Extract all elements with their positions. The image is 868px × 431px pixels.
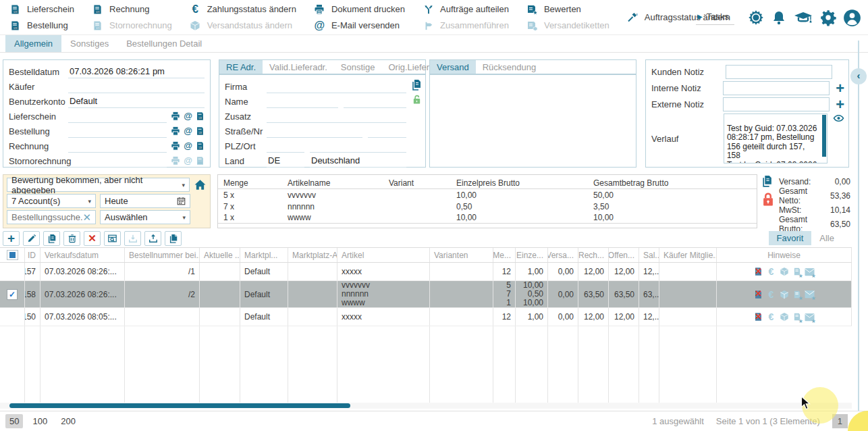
add-order-button[interactable]: +	[3, 231, 20, 246]
package-hint-icon[interactable]	[779, 267, 789, 277]
col-einzelpreis[interactable]: Einze...	[516, 248, 548, 262]
col-aktuelle[interactable]: Aktuelle ...	[200, 248, 240, 262]
first-name-field[interactable]	[267, 95, 338, 108]
order-button[interactable]: 123 Bestellung	[9, 19, 74, 32]
invoice-number-field[interactable]	[68, 140, 167, 153]
print-order-icon[interactable]	[171, 126, 180, 136]
order-number-field[interactable]	[68, 125, 167, 138]
col-kaeufer-mitglied[interactable]: Käufer Mitglie...	[659, 248, 717, 262]
cancellation-invoice-field[interactable]	[68, 155, 167, 168]
split-orders-button[interactable]: Aufträge aufteilen	[423, 3, 509, 16]
view-history-eye-icon[interactable]	[833, 113, 844, 123]
page-1-button[interactable]: 1	[832, 414, 848, 428]
col-verkaufsdatum[interactable]: Verkaufsdatum	[40, 248, 125, 262]
payment-euro-icon[interactable]: €	[766, 312, 776, 322]
item-row[interactable]: 7 x nnnnnn 0,50 3,50	[218, 201, 757, 212]
order-row-150[interactable]: 150 07.03.2026 08:05:... Default xxxxx 1…	[0, 308, 852, 326]
order-doc-small-icon[interactable]: 123	[196, 126, 205, 136]
horizontal-scrollbar-thumb[interactable]	[9, 403, 350, 408]
date-filter-field[interactable]: Heute	[100, 194, 190, 208]
customer-note-input[interactable]	[726, 65, 832, 79]
unlock-address-icon[interactable]	[412, 94, 422, 105]
note-doc-hint-icon[interactable]: ★	[792, 312, 802, 322]
internal-note-input[interactable]	[723, 81, 830, 95]
horizontal-scrollbar-track[interactable]	[0, 403, 852, 409]
tab-versand[interactable]: Versand	[430, 60, 476, 74]
email-order-icon[interactable]: @	[184, 126, 192, 136]
add-external-note-icon[interactable]: +	[836, 99, 844, 110]
select-all-checkbox[interactable]	[7, 250, 18, 260]
payment-euro-icon[interactable]: €	[766, 289, 776, 299]
notifications-bell-icon[interactable]	[771, 9, 787, 26]
package-hint-icon[interactable]	[779, 289, 789, 299]
history-textarea[interactable]: Test by Guid: 07.03.2026 08:28:17 pm, Be…	[724, 113, 828, 163]
email-invoice-icon[interactable]: @	[184, 141, 192, 151]
land-code-field[interactable]: DE	[267, 155, 304, 168]
buyer-value[interactable]	[68, 80, 205, 93]
change-payment-status-button[interactable]: € Zahlungsstatus ändern	[190, 3, 296, 16]
import-button[interactable]	[124, 231, 141, 246]
col-hinweise[interactable]: Hinweise	[717, 248, 852, 262]
row-checkbox-checked[interactable]: ✓	[7, 289, 18, 300]
order-row-157[interactable]: 157 07.03.2026 08:26:... /1 Default xxxx…	[0, 263, 852, 281]
rating-filter-select[interactable]: Bewertung bekommen, aber nicht abgegeben…	[7, 178, 190, 192]
land-name-field[interactable]: Deutschland	[310, 155, 406, 168]
merge-orders-button[interactable]: Zusammenführen	[423, 19, 509, 32]
user-avatar-icon[interactable]	[843, 9, 861, 27]
cancel-order-button[interactable]: ✕	[84, 231, 101, 246]
copy-to-clipboard-button[interactable]	[165, 231, 182, 246]
col-rechnung[interactable]: Rech...	[578, 248, 609, 262]
collapse-right-panel-button[interactable]: ‹	[850, 68, 867, 84]
delivery-note-number-field[interactable]	[68, 110, 167, 123]
email-hint-icon[interactable]: ★	[805, 267, 815, 277]
item-row[interactable]: 5 x vvvvvvv 10,00 50,00	[218, 189, 757, 201]
firma-field[interactable]	[267, 80, 406, 93]
col-offen[interactable]: Offen...	[609, 248, 639, 262]
tasks-button[interactable]: ▶ Tasks	[696, 10, 734, 25]
col-saldo[interactable]: Sal...	[639, 248, 659, 262]
cancellation-invoice-button[interactable]: 123 Stornorechnung	[92, 19, 172, 32]
cancelled-doc-icon[interactable]: ✕	[753, 289, 763, 299]
page-size-200-button[interactable]: 200	[57, 414, 80, 428]
note-doc-hint-icon[interactable]: ★	[792, 267, 802, 277]
send-email-button[interactable]: @ E-Mail versenden	[314, 19, 405, 32]
col-marktplatz-a[interactable]: Marktplatz-A...	[288, 248, 337, 262]
brightness-icon[interactable]	[747, 9, 765, 26]
copy-address-icon[interactable]	[411, 79, 422, 91]
academy-cap-icon[interactable]	[793, 9, 813, 26]
print-document-button[interactable]: Dokument drucken	[314, 3, 405, 16]
auswaehlen-select[interactable]: Auswählen ▾	[100, 210, 190, 224]
user-account-value[interactable]: Default	[68, 95, 205, 108]
tab-allgemein[interactable]: Allgemein	[5, 35, 61, 52]
copy-order-button[interactable]	[43, 231, 60, 246]
invoice-button[interactable]: 123 Rechnung	[92, 3, 172, 16]
payment-euro-icon[interactable]: €	[766, 267, 776, 277]
col-bestellnummer[interactable]: Bestellnummer bei...	[125, 248, 200, 262]
home-icon[interactable]	[194, 179, 207, 191]
add-internal-note-icon[interactable]: +	[836, 83, 844, 94]
package-hint-icon[interactable]	[779, 312, 789, 322]
col-varianten[interactable]: Varianten	[430, 248, 493, 262]
tab-sonstige-adr[interactable]: Sonstige	[334, 60, 382, 74]
print-delivery-note-icon[interactable]	[171, 111, 180, 121]
cancelled-doc-icon[interactable]: ✕	[753, 267, 763, 277]
tab-bestellungen-detail[interactable]: Bestellungen Detail	[117, 35, 211, 52]
accounts-select[interactable]: 7 Account(s) ▾	[7, 194, 96, 208]
edit-order-button[interactable]	[23, 231, 40, 246]
external-note-input[interactable]	[723, 97, 830, 111]
history-scrollbar[interactable]	[822, 115, 826, 157]
email-hint-icon[interactable]: ★	[805, 312, 815, 322]
col-marktplatz[interactable]: Marktpl...	[240, 248, 288, 262]
export-button[interactable]	[144, 231, 161, 246]
calendar-icon[interactable]	[177, 197, 186, 205]
email-delivery-note-icon[interactable]: @	[184, 111, 192, 121]
page-size-50-button[interactable]: 50	[5, 414, 23, 428]
settings-gear-icon[interactable]	[819, 9, 837, 26]
email-hint-icon[interactable]: ★	[805, 289, 815, 299]
item-row[interactable]: 1 x wwww 10,00 10,00	[218, 212, 757, 224]
delivery-note-button[interactable]: 123 Lieferschein	[9, 3, 74, 16]
row-checkbox-cell[interactable]: ✓	[0, 281, 25, 307]
col-id[interactable]: ID	[25, 248, 40, 262]
alle-view-button[interactable]: Alle	[811, 231, 842, 245]
clear-search-icon[interactable]: ✕	[82, 211, 91, 224]
